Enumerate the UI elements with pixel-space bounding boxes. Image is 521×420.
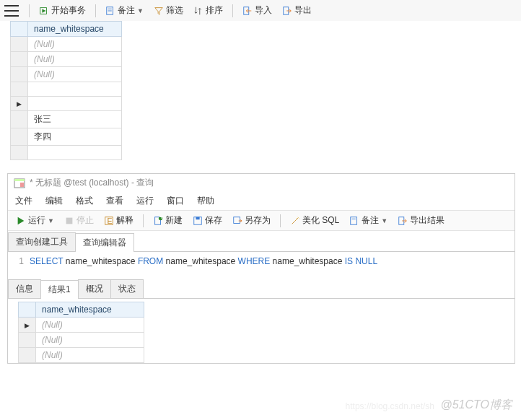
top-toolbar: 开始事务 备注 ▼ 筛选 排序 导入 导出 [0,0,521,21]
svg-rect-20 [234,216,240,223]
table-row[interactable]: 张三 [11,111,122,128]
row-indicator[interactable] [11,82,28,97]
sort-label: 排序 [206,4,223,17]
tab[interactable]: 状态 [110,279,144,298]
save-button[interactable]: 保存 [189,213,226,228]
line-gutter: 1 [11,256,30,266]
row-indicator[interactable] [11,128,28,146]
cell[interactable]: (Null) [28,67,122,82]
table-row[interactable] [11,146,122,160]
svg-text:E: E [107,216,112,224]
identifier: name_whitespace [163,256,237,266]
memo-button[interactable]: 备注 ▼ [102,3,147,18]
tab[interactable]: 查询创建工具 [8,232,76,251]
tab[interactable]: 信息 [8,279,41,298]
cell[interactable]: (Null) [28,37,122,52]
menu-item[interactable]: 文件 [15,195,32,207]
menu-item[interactable]: 运行 [136,195,154,207]
memo2-button[interactable]: 备注 ▼ [346,213,391,228]
new-button[interactable]: + 新建 [149,213,186,228]
cell[interactable]: 李四 [28,128,122,146]
table-row[interactable]: (Null) [11,67,122,82]
row-indicator[interactable] [11,52,28,67]
keyword: SELECT [30,256,63,266]
row-indicator[interactable] [11,111,28,128]
explain-button[interactable]: E 解释 [100,213,137,228]
cell[interactable] [28,146,122,160]
save-as-button[interactable]: 另存为 [229,213,274,228]
cell[interactable] [28,82,122,97]
table-row[interactable]: (Null) [19,348,144,363]
export-button[interactable]: 导出 [279,3,315,18]
begin-transaction-button[interactable]: 开始事务 [35,3,89,18]
dropdown-icon: ▼ [48,217,54,224]
row-indicator[interactable] [19,318,36,333]
row-indicator[interactable] [11,146,28,160]
keyword: NULL [355,256,377,266]
play-db-icon [39,6,49,16]
svg-rect-12 [66,217,73,224]
run-button[interactable]: 运行 ▼ [12,213,58,228]
data-table[interactable]: name_whitespace (Null)(Null)(Null)张三李四 [10,21,122,160]
play-icon [16,216,26,226]
cell[interactable] [28,97,122,111]
save-label: 保存 [205,214,222,227]
column-header[interactable]: name_whitespace [28,22,122,37]
tab[interactable]: 结果1 [40,280,79,299]
menu-item[interactable]: 格式 [76,195,93,207]
table-row[interactable]: (Null) [11,52,122,67]
sort-button[interactable]: 排序 [190,3,227,18]
svg-rect-10 [20,183,24,187]
cell[interactable]: (Null) [36,348,144,363]
export-label: 导出 [294,4,312,17]
row-indicator[interactable] [11,67,28,82]
memo-label: 备注 [118,4,135,17]
filter-button[interactable]: 筛选 [150,3,187,18]
window-title: * 无标题 @test (localhost) - 查询 [30,177,154,189]
cell[interactable]: 张三 [28,111,122,128]
export-result-button[interactable]: 导出结果 [394,213,448,228]
row-indicator[interactable] [19,333,36,348]
menu-item[interactable]: 窗口 [167,195,184,207]
result-table[interactable]: name_whitespace (Null)(Null)(Null) [18,302,144,363]
new-label: 新建 [165,214,183,227]
editor-tabs: 查询创建工具查询编辑器 [8,232,515,252]
dropdown-icon: ▼ [137,7,144,14]
stop-label: 停止 [76,214,94,227]
table-row[interactable]: (Null) [11,37,122,52]
new-icon: + [153,216,163,226]
beautify-button[interactable]: 美化 SQL [286,213,343,228]
column-header[interactable]: name_whitespace [36,302,144,318]
separator [232,4,233,17]
svg-marker-11 [18,216,25,224]
table-row[interactable]: (Null) [19,318,144,333]
separator [280,214,281,227]
menu-item[interactable]: 查看 [106,195,123,207]
sql-editor[interactable]: 1 SELECT name_whitespace FROM name_white… [8,252,515,271]
explain-icon: E [104,216,114,226]
table-row[interactable]: (Null) [19,333,144,348]
svg-rect-21 [351,216,357,224]
menu-icon[interactable] [4,5,19,17]
tab[interactable]: 查询编辑器 [75,233,134,252]
cell[interactable]: (Null) [36,333,144,348]
dropdown-icon: ▼ [381,217,388,224]
export-result-label: 导出结果 [410,214,445,227]
tab[interactable]: 概况 [78,279,111,298]
code-line[interactable]: SELECT name_whitespace FROM name_whitesp… [30,256,377,266]
import-button[interactable]: 导入 [239,3,276,18]
table-row[interactable] [11,97,122,111]
menu-item[interactable]: 帮助 [197,195,214,207]
separator [29,4,30,17]
row-indicator[interactable] [11,97,28,111]
row-indicator[interactable] [11,37,28,52]
cell[interactable]: (Null) [36,318,144,333]
cell[interactable]: (Null) [28,52,122,67]
import-label: 导入 [255,4,272,17]
watermark: @51CTO博客 [440,398,512,413]
svg-rect-19 [196,216,199,219]
table-row[interactable] [11,82,122,97]
menu-item[interactable]: 编辑 [45,195,63,207]
row-indicator[interactable] [19,348,36,363]
table-row[interactable]: 李四 [11,128,122,146]
